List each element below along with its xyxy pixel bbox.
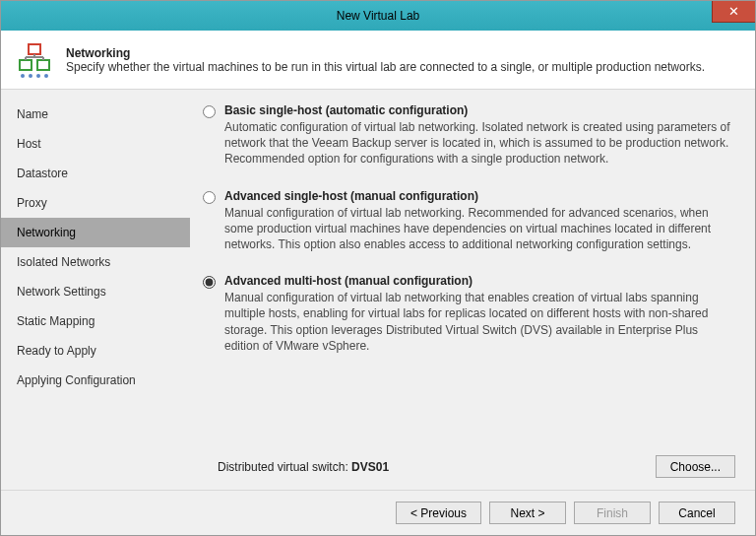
sidebar-item-static-mapping[interactable]: Static Mapping xyxy=(1,306,190,336)
header-title: Networking xyxy=(66,46,705,60)
option-radio-2[interactable] xyxy=(203,276,216,289)
next-button[interactable]: Next > xyxy=(489,502,566,524)
svg-point-10 xyxy=(44,74,48,78)
titlebar: New Virtual Lab ✕ xyxy=(1,1,755,31)
sidebar-item-datastore[interactable]: Datastore xyxy=(1,159,190,188)
svg-rect-0 xyxy=(29,44,40,54)
header-texts: Networking Specify whether the virtual m… xyxy=(66,46,705,74)
cancel-button[interactable]: Cancel xyxy=(659,502,735,524)
dvs-label: Distributed virtual switch: DVS01 xyxy=(218,460,389,474)
wizard-window: New Virtual Lab ✕ Networking Specify whe… xyxy=(0,0,756,536)
dvs-value: DVS01 xyxy=(351,460,389,474)
option-0: Basic single-host (automatic configurati… xyxy=(198,103,735,168)
option-desc-2: Manual configuration of virtual lab netw… xyxy=(224,290,735,354)
wizard-content: Basic single-host (automatic configurati… xyxy=(190,90,755,490)
svg-rect-2 xyxy=(37,60,49,70)
option-title-0: Basic single-host (automatic configurati… xyxy=(224,103,735,117)
svg-point-9 xyxy=(36,74,40,78)
window-title: New Virtual Lab xyxy=(337,9,420,23)
option-desc-0: Automatic configuration of virtual lab n… xyxy=(224,119,735,168)
close-button[interactable]: ✕ xyxy=(712,1,755,23)
svg-point-8 xyxy=(29,74,32,78)
option-1: Advanced single-host (manual configurati… xyxy=(198,189,735,253)
option-desc-1: Manual configuration of virtual lab netw… xyxy=(224,205,735,253)
sidebar-item-proxy[interactable]: Proxy xyxy=(1,188,190,218)
svg-point-7 xyxy=(21,74,25,78)
dvs-row: Distributed virtual switch: DVS01 Choose… xyxy=(218,455,735,478)
previous-button[interactable]: < Previous xyxy=(396,502,481,524)
option-title-1: Advanced single-host (manual configurati… xyxy=(224,189,735,203)
wizard-sidebar: NameHostDatastoreProxyNetworkingIsolated… xyxy=(1,90,190,490)
sidebar-item-applying-configuration[interactable]: Applying Configuration xyxy=(1,366,190,395)
choose-button[interactable]: Choose... xyxy=(656,455,735,478)
network-icon xyxy=(15,40,54,80)
dvs-label-text: Distributed virtual switch: xyxy=(218,460,351,474)
header-subtitle: Specify whether the virtual machines to … xyxy=(66,60,705,74)
sidebar-item-networking[interactable]: Networking xyxy=(1,218,190,247)
sidebar-item-host[interactable]: Host xyxy=(1,129,190,159)
sidebar-item-ready-to-apply[interactable]: Ready to Apply xyxy=(1,336,190,366)
sidebar-item-isolated-networks[interactable]: Isolated Networks xyxy=(1,247,190,277)
option-2: Advanced multi-host (manual configuratio… xyxy=(198,274,735,354)
sidebar-item-network-settings[interactable]: Network Settings xyxy=(1,277,190,306)
option-radio-1[interactable] xyxy=(203,191,216,204)
close-icon: ✕ xyxy=(728,4,739,19)
wizard-footer: < Previous Next > Finish Cancel xyxy=(1,490,755,535)
wizard-header: Networking Specify whether the virtual m… xyxy=(1,31,755,90)
option-radio-0[interactable] xyxy=(203,105,216,118)
finish-button[interactable]: Finish xyxy=(574,502,651,524)
sidebar-item-name[interactable]: Name xyxy=(1,100,190,129)
wizard-body: NameHostDatastoreProxyNetworkingIsolated… xyxy=(1,90,755,490)
svg-rect-1 xyxy=(20,60,32,70)
option-title-2: Advanced multi-host (manual configuratio… xyxy=(224,274,735,288)
